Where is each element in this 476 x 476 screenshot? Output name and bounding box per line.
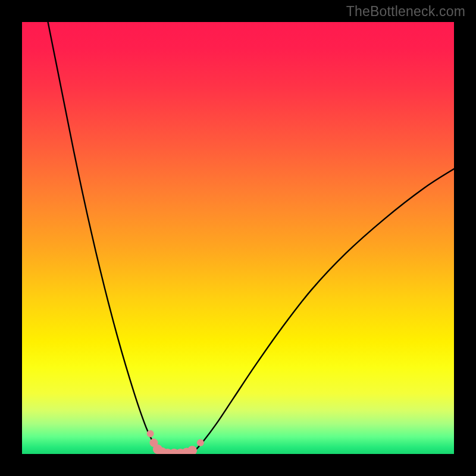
plot-area (22, 22, 454, 454)
series-curves (48, 22, 454, 454)
marker-point (187, 446, 197, 454)
watermark-text: TheBottleneck.com (346, 4, 465, 20)
marker-point (147, 430, 154, 437)
marker-point (197, 439, 204, 446)
series-curve-left (48, 22, 165, 454)
series-curve-right (189, 169, 454, 454)
curve-layer (22, 22, 454, 454)
chart-frame: TheBottleneck.com (0, 0, 476, 476)
highlight-markers (147, 430, 204, 454)
